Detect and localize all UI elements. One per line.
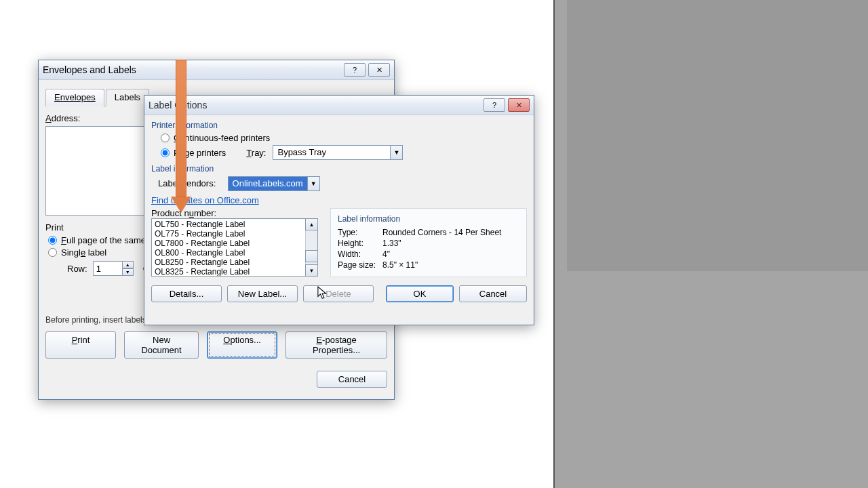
product-number-listbox[interactable]: OL750 - Rectangle Label OL775 - Rectangl…	[151, 218, 318, 277]
row-spinner-buttons[interactable]: ▲▼	[122, 261, 134, 276]
row-spinner[interactable]	[93, 261, 123, 276]
epostage-properties-button[interactable]: E-postage Properties...	[285, 331, 387, 359]
help-button[interactable]: ?	[484, 98, 505, 112]
list-item[interactable]: OL7800 - Rectangle Label	[152, 239, 305, 248]
details-button[interactable]: Details...	[151, 285, 222, 302]
new-document-button[interactable]: New Document	[124, 331, 199, 359]
close-button[interactable]: ✕	[508, 98, 530, 112]
row-label: Row:	[67, 264, 87, 274]
list-item[interactable]: OL8325 - Rectangle Label	[152, 267, 305, 276]
cancel-button[interactable]: Cancel	[317, 371, 387, 388]
label-details-panel: Label information Type:Rounded Corners -…	[330, 208, 527, 277]
ok-button[interactable]: OK	[386, 285, 454, 302]
cancel-button[interactable]: Cancel	[459, 285, 527, 302]
printer-info-label: Printer information	[151, 121, 527, 130]
dialog-titlebar[interactable]: Envelopes and Labels ? ✕	[39, 60, 394, 80]
tray-label: Tray:	[246, 148, 266, 158]
scroll-thumb[interactable]	[305, 250, 318, 262]
listbox-scrollbar[interactable]: ▲ ▼	[305, 219, 317, 276]
chevron-down-icon[interactable]: ▼	[307, 177, 319, 190]
delete-button: Delete	[303, 285, 374, 302]
new-label-button[interactable]: New Label...	[227, 285, 298, 302]
print-button[interactable]: Print	[45, 331, 116, 359]
tray-combobox[interactable]: Bypass Tray ▼	[273, 145, 403, 160]
tab-envelopes[interactable]: Envelopes	[45, 89, 104, 106]
close-button[interactable]: ✕	[368, 63, 390, 77]
tab-labels[interactable]: Labels	[106, 89, 149, 106]
help-button[interactable]: ?	[344, 63, 366, 77]
options-button[interactable]: Options...	[207, 331, 277, 359]
app-chrome-right	[553, 0, 868, 488]
details-title: Label information	[338, 214, 519, 224]
vendor-combobox[interactable]: OnlineLabels.com ▼	[228, 176, 320, 191]
list-item[interactable]: OL750 - Rectangle Label	[152, 220, 305, 229]
office-updates-link[interactable]: Find updates on Office.com	[151, 195, 259, 205]
list-item[interactable]: OL8250 - Rectangle Label	[152, 258, 305, 267]
list-item[interactable]: OL775 - Rectangle Label	[152, 229, 305, 239]
radio-continuous-feed[interactable]: Continuous-feed printers	[158, 133, 527, 143]
chevron-down-icon[interactable]: ▼	[390, 146, 402, 159]
label-options-dialog: Label Options ? ✕ Printer information Co…	[144, 95, 534, 325]
dialog-title: Envelopes and Labels	[43, 64, 136, 75]
list-item[interactable]: OL800 - Rectangle Label	[152, 248, 305, 258]
callout-arrow-icon	[175, 60, 187, 216]
radio-page-printers[interactable]: Page printers Tray: Bypass Tray ▼	[158, 145, 527, 160]
scroll-down-icon[interactable]: ▼	[305, 264, 318, 277]
address-label: ddress:	[52, 113, 81, 123]
label-info-heading: Label information	[151, 164, 527, 174]
dialog-titlebar[interactable]: Label Options ? ✕	[144, 96, 534, 115]
scroll-up-icon[interactable]: ▲	[305, 218, 318, 230]
